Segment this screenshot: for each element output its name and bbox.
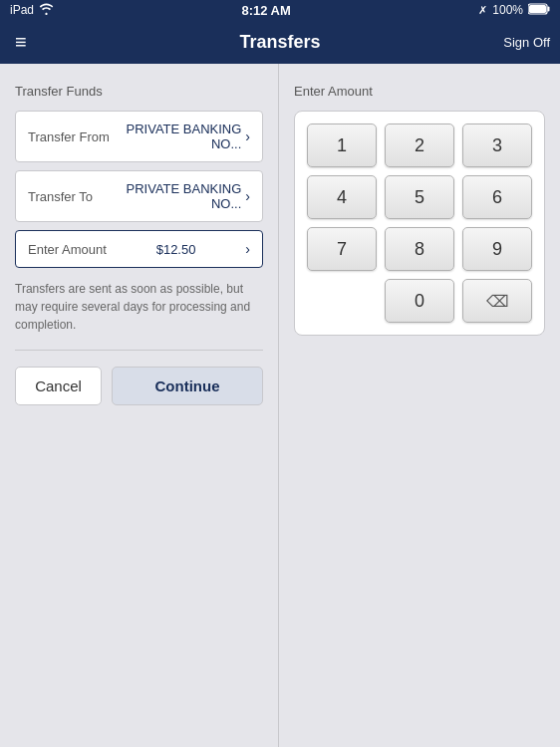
transfer-to-label: Transfer To bbox=[28, 189, 108, 204]
enter-amount-title: Enter Amount bbox=[294, 84, 545, 99]
transfer-to-value: PRIVATE BANKING NO... bbox=[108, 181, 241, 211]
battery-percent: 100% bbox=[492, 3, 523, 17]
transfer-funds-title: Transfer Funds bbox=[15, 84, 263, 99]
divider bbox=[15, 350, 263, 351]
transfer-from-field[interactable]: Transfer From PRIVATE BANKING NO... › bbox=[15, 111, 263, 162]
left-panel: Transfer Funds Transfer From PRIVATE BAN… bbox=[0, 64, 279, 747]
numpad-key-1[interactable]: 1 bbox=[307, 124, 377, 167]
amount-field[interactable]: Enter Amount $12.50 › bbox=[15, 230, 263, 268]
right-panel: Enter Amount 1234567890⌫ bbox=[279, 64, 560, 747]
transfer-to-field[interactable]: Transfer To PRIVATE BANKING NO... › bbox=[15, 170, 263, 222]
status-left: iPad bbox=[10, 3, 54, 18]
numpad-key-0[interactable]: 0 bbox=[385, 279, 454, 323]
sign-off-button[interactable]: Sign Off bbox=[503, 35, 550, 50]
page-title: Transfers bbox=[239, 32, 320, 53]
amount-chevron: › bbox=[245, 241, 250, 257]
numpad-empty bbox=[307, 279, 377, 323]
time-display: 8:12 AM bbox=[241, 3, 290, 18]
transfer-from-label: Transfer From bbox=[28, 129, 110, 144]
button-row: Cancel Continue bbox=[15, 367, 263, 405]
backspace-button[interactable]: ⌫ bbox=[462, 279, 532, 323]
status-bar: iPad 8:12 AM ✗ 100% bbox=[0, 0, 560, 20]
transfer-to-chevron: › bbox=[245, 188, 250, 204]
amount-value: $12.50 bbox=[156, 242, 196, 257]
numpad-key-6[interactable]: 6 bbox=[462, 175, 532, 219]
svg-rect-2 bbox=[547, 6, 549, 11]
numpad-key-5[interactable]: 5 bbox=[385, 175, 454, 219]
numpad-key-3[interactable]: 3 bbox=[462, 124, 532, 167]
numpad-key-4[interactable]: 4 bbox=[307, 175, 377, 219]
continue-button[interactable]: Continue bbox=[112, 367, 263, 405]
status-right: ✗ 100% bbox=[478, 3, 550, 18]
numpad-key-7[interactable]: 7 bbox=[307, 227, 377, 271]
wifi-icon bbox=[39, 3, 54, 18]
numpad-container: 1234567890⌫ bbox=[294, 111, 545, 336]
numpad-key-8[interactable]: 8 bbox=[385, 227, 454, 271]
backspace-icon: ⌫ bbox=[486, 292, 509, 311]
battery-icon bbox=[528, 3, 550, 18]
device-label: iPad bbox=[10, 3, 34, 17]
transfer-info-text: Transfers are sent as soon as possible, … bbox=[15, 280, 263, 334]
transfer-from-value: PRIVATE BANKING NO... bbox=[110, 122, 241, 151]
amount-label: Enter Amount bbox=[28, 242, 107, 257]
transfer-from-chevron: › bbox=[245, 128, 250, 144]
nav-bar: ≡ Transfers Sign Off bbox=[0, 20, 560, 64]
bluetooth-icon: ✗ bbox=[478, 4, 487, 17]
svg-rect-1 bbox=[529, 5, 546, 13]
numpad-key-2[interactable]: 2 bbox=[385, 124, 454, 167]
numpad-key-9[interactable]: 9 bbox=[462, 227, 532, 271]
main-content: Transfer Funds Transfer From PRIVATE BAN… bbox=[0, 64, 560, 747]
menu-icon[interactable]: ≡ bbox=[10, 26, 32, 59]
numpad-grid: 1234567890⌫ bbox=[307, 124, 532, 323]
cancel-button[interactable]: Cancel bbox=[15, 367, 102, 405]
